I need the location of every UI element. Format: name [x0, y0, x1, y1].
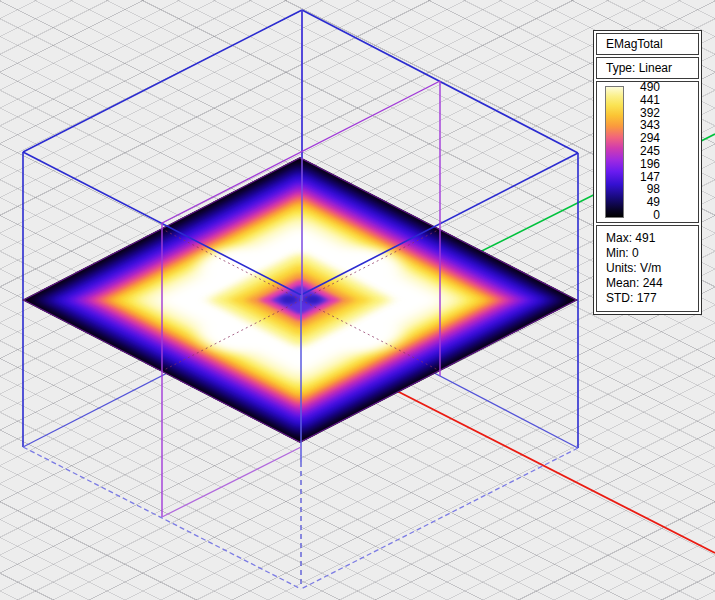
- symmetry-bottom-centerline: [162, 447, 301, 517]
- legend-scale-type: Type: Linear: [596, 57, 699, 79]
- colorbar-tick-label: 441: [628, 94, 660, 106]
- symmetry-top-centerline: [162, 81, 440, 223]
- colorbar-tick-label: 98: [628, 183, 660, 195]
- stat-line: Units: V/m: [606, 261, 694, 276]
- colorbar-ticks: 49044139234329424519614798490: [628, 81, 660, 221]
- legend-colorbar-section: 49044139234329424519614798490: [596, 81, 699, 223]
- colorbar-tick-label: 196: [628, 158, 660, 170]
- stat-line: Min: 0: [606, 246, 694, 261]
- legend-title: EMagTotal: [596, 33, 699, 55]
- colorbar-tick-label: 147: [628, 171, 660, 183]
- colorbar-tick-label: 343: [628, 119, 660, 131]
- 3d-viewport[interactable]: EMagTotal Type: Linear 49044139234329424…: [0, 0, 715, 600]
- colorbar-tick-label: 294: [628, 132, 660, 144]
- colorbar: [605, 86, 624, 218]
- colorbar-tick-label: 245: [628, 145, 660, 157]
- colorbar-tick-label: 49: [628, 196, 660, 208]
- stat-line: Mean: 244: [606, 276, 694, 291]
- stat-line: STD: 177: [606, 291, 694, 306]
- legend-stats: Max: 491Min: 0Units: V/mMean: 244STD: 17…: [596, 225, 699, 312]
- colorbar-tick-label: 392: [628, 107, 660, 119]
- colorbar-tick-label: 490: [628, 81, 660, 93]
- stat-line: Max: 491: [606, 231, 694, 246]
- colorbar-tick-label: 0: [628, 209, 660, 221]
- field-legend[interactable]: EMagTotal Type: Linear 49044139234329424…: [593, 30, 702, 315]
